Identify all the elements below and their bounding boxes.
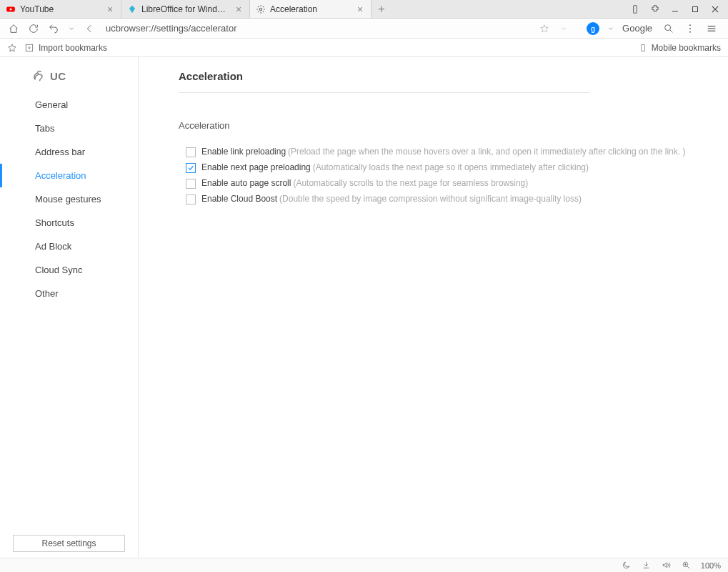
volume-icon[interactable] xyxy=(661,560,672,571)
checkbox[interactable] xyxy=(186,179,196,189)
svg-rect-2 xyxy=(634,5,637,13)
sidebar-item-acceleration[interactable]: Acceleration xyxy=(0,164,138,187)
youtube-icon xyxy=(6,4,16,14)
mobile-bookmarks-label: Mobile bookmarks xyxy=(652,43,721,53)
phone-icon[interactable] xyxy=(628,2,642,16)
svg-point-9 xyxy=(689,24,691,26)
address-bar[interactable]: ucbrowser://settings/accelerator xyxy=(101,21,532,36)
zoom-icon[interactable] xyxy=(681,560,692,571)
settings-content: UC General Tabs Address bar Acceleration… xyxy=(0,57,728,558)
download-icon[interactable] xyxy=(641,560,652,571)
option-hint: (Preload the page when the mouse hovers … xyxy=(288,147,685,157)
more-icon[interactable] xyxy=(682,21,698,36)
extension-icon[interactable] xyxy=(648,2,662,16)
moon-icon[interactable] xyxy=(621,560,632,571)
tab-title: LibreOffice for Windows - Dow xyxy=(141,4,229,14)
option-next-page-preloading: Enable next page preloading(Automaticall… xyxy=(186,162,688,173)
close-icon[interactable]: × xyxy=(234,4,244,14)
tab-title: YouTube xyxy=(20,4,101,14)
reset-settings-button[interactable]: Reset settings xyxy=(13,535,125,552)
minimize-button[interactable] xyxy=(668,2,682,16)
settings-main: Acceleration Acceleration Enable link pr… xyxy=(139,57,728,558)
logo-text: UC xyxy=(50,70,66,82)
bookmark-star-button[interactable] xyxy=(7,43,17,53)
option-label: Enable auto page scroll xyxy=(201,178,291,188)
sidebar-item-cloud-sync[interactable]: Cloud Sync xyxy=(0,258,138,282)
sidebar-item-mouse-gestures[interactable]: Mouse gestures xyxy=(0,187,138,211)
nav-bar: ucbrowser://settings/accelerator g Googl… xyxy=(0,19,728,39)
svg-rect-4 xyxy=(693,6,698,11)
close-icon[interactable]: × xyxy=(355,4,365,14)
gear-icon xyxy=(256,4,266,14)
option-link-preloading: Enable link preloading(Preload the page … xyxy=(186,147,688,157)
tab-acceleration[interactable]: Acceleration × xyxy=(250,0,372,18)
chevron-down-icon[interactable] xyxy=(66,21,77,36)
options-list: Enable link preloading(Preload the page … xyxy=(179,147,688,204)
diamond-icon xyxy=(127,4,137,14)
section-title: Acceleration xyxy=(179,120,688,131)
sidebar-item-general[interactable]: General xyxy=(0,93,138,117)
svg-point-10 xyxy=(689,28,691,29)
tab-title: Acceleration xyxy=(270,4,351,14)
option-auto-page-scroll: Enable auto page scroll(Automatically sc… xyxy=(186,178,688,189)
svg-point-7 xyxy=(665,24,671,30)
checkbox[interactable] xyxy=(186,194,196,204)
user-avatar[interactable]: g xyxy=(587,22,599,35)
status-bar: 100% xyxy=(0,558,728,572)
maximize-button[interactable] xyxy=(688,2,702,16)
bookmark-bar: Import bookmarks Mobile bookmarks xyxy=(0,39,728,57)
uc-logo: UC xyxy=(0,66,138,93)
star-icon[interactable] xyxy=(537,21,552,36)
sidebar-item-shortcuts[interactable]: Shortcuts xyxy=(0,211,138,235)
page-title: Acceleration xyxy=(179,70,590,93)
back-button[interactable] xyxy=(81,21,97,36)
close-window-button[interactable] xyxy=(708,2,722,16)
address-text: ucbrowser://settings/accelerator xyxy=(106,23,237,34)
chevron-down-icon[interactable] xyxy=(558,21,569,36)
close-icon[interactable]: × xyxy=(105,4,115,14)
tab-libreoffice[interactable]: LibreOffice for Windows - Dow × xyxy=(121,0,250,18)
import-bookmarks-button[interactable]: Import bookmarks xyxy=(24,43,107,53)
import-bookmarks-label: Import bookmarks xyxy=(39,43,107,53)
sidebar-item-ad-block[interactable]: Ad Block xyxy=(0,235,138,258)
phone-icon xyxy=(639,44,647,52)
home-button[interactable] xyxy=(6,21,21,36)
checkbox[interactable] xyxy=(186,147,196,157)
chevron-down-icon[interactable] xyxy=(605,21,617,36)
option-label: Enable link preloading xyxy=(201,147,286,157)
svg-line-8 xyxy=(670,30,672,32)
menu-icon[interactable] xyxy=(704,21,719,36)
squirrel-icon xyxy=(31,69,46,83)
option-hint: (Double the speed by image compression w… xyxy=(279,194,582,204)
search-icon[interactable] xyxy=(661,21,677,36)
mobile-bookmarks-button[interactable]: Mobile bookmarks xyxy=(639,43,721,53)
tab-youtube[interactable]: YouTube × xyxy=(0,0,121,18)
tab-bar: YouTube × LibreOffice for Windows - Dow … xyxy=(0,0,728,19)
zoom-level[interactable]: 100% xyxy=(701,561,721,570)
option-hint: (Automatically scrolls to the next page … xyxy=(293,178,528,188)
svg-rect-16 xyxy=(641,44,644,51)
import-icon xyxy=(24,43,34,53)
sidebar-item-other[interactable]: Other xyxy=(0,282,138,305)
sidebar-item-address-bar[interactable]: Address bar xyxy=(0,140,138,164)
option-label: Enable next page preloading xyxy=(201,162,311,172)
option-label: Enable Cloud Boost xyxy=(201,194,277,204)
undo-button[interactable] xyxy=(46,21,61,36)
new-tab-button[interactable]: + xyxy=(372,0,392,18)
sidebar-item-tabs[interactable]: Tabs xyxy=(0,117,138,140)
svg-point-11 xyxy=(689,31,691,32)
checkbox[interactable] xyxy=(186,163,196,173)
reload-button[interactable] xyxy=(26,21,41,36)
sidebar: UC General Tabs Address bar Acceleration… xyxy=(0,57,139,558)
search-provider[interactable]: Google xyxy=(622,23,652,34)
option-hint: (Automatically loads the next page so it… xyxy=(313,162,589,172)
option-cloud-boost: Enable Cloud Boost(Double the speed by i… xyxy=(186,194,688,204)
svg-line-18 xyxy=(687,566,689,568)
svg-point-1 xyxy=(259,8,262,11)
